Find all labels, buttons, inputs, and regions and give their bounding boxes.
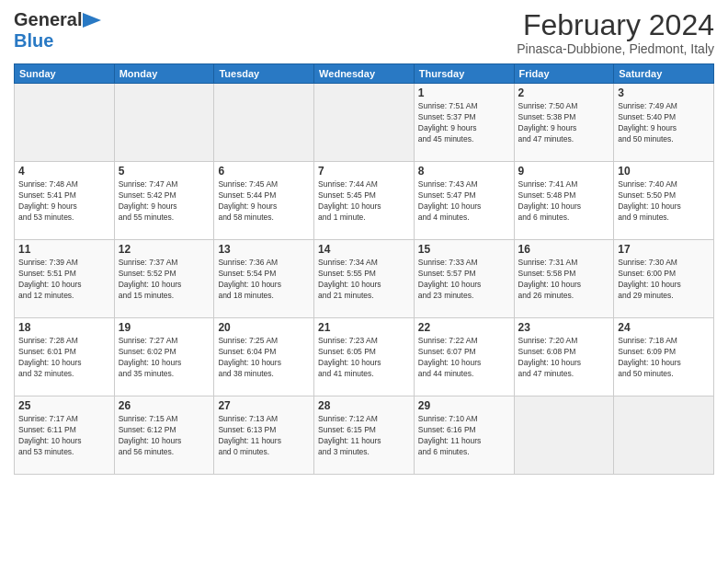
day-number: 6 xyxy=(218,165,310,178)
calendar-cell: 22Sunrise: 7:22 AMSunset: 6:07 PMDayligh… xyxy=(414,318,514,396)
day-number: 21 xyxy=(318,321,410,334)
calendar-cell: 9Sunrise: 7:41 AMSunset: 5:48 PMDaylight… xyxy=(514,162,614,240)
day-number: 8 xyxy=(418,165,510,178)
header: General Blue February 2024 Pinasca-Dubbi… xyxy=(14,9,714,56)
day-number: 11 xyxy=(18,243,110,256)
day-number: 12 xyxy=(119,243,210,256)
calendar-cell: 28Sunrise: 7:12 AMSunset: 6:15 PMDayligh… xyxy=(314,396,415,475)
calendar-cell: 8Sunrise: 7:43 AMSunset: 5:47 PMDaylight… xyxy=(414,162,514,240)
calendar-cell xyxy=(114,84,214,162)
day-number: 28 xyxy=(318,399,410,412)
day-info: Sunrise: 7:47 AMSunset: 5:42 PMDaylight:… xyxy=(119,179,210,224)
day-number: 18 xyxy=(18,321,110,334)
calendar-cell: 5Sunrise: 7:47 AMSunset: 5:42 PMDaylight… xyxy=(114,162,214,240)
day-info: Sunrise: 7:31 AMSunset: 5:58 PMDaylight:… xyxy=(518,258,610,302)
day-info: Sunrise: 7:43 AMSunset: 5:47 PMDaylight:… xyxy=(418,179,510,224)
day-info: Sunrise: 7:41 AMSunset: 5:48 PMDaylight:… xyxy=(518,179,610,224)
calendar-cell: 18Sunrise: 7:28 AMSunset: 6:01 PMDayligh… xyxy=(15,318,115,396)
day-info: Sunrise: 7:13 AMSunset: 6:13 PMDaylight:… xyxy=(218,414,310,458)
day-info: Sunrise: 7:51 AMSunset: 5:37 PMDaylight:… xyxy=(418,101,510,145)
calendar-cell: 4Sunrise: 7:48 AMSunset: 5:41 PMDaylight… xyxy=(15,162,115,240)
day-number: 16 xyxy=(518,243,610,256)
day-number: 25 xyxy=(18,399,110,412)
day-info: Sunrise: 7:34 AMSunset: 5:55 PMDaylight:… xyxy=(318,258,410,302)
day-info: Sunrise: 7:49 AMSunset: 5:40 PMDaylight:… xyxy=(618,101,710,145)
calendar-cell xyxy=(214,84,314,162)
calendar-cell: 10Sunrise: 7:40 AMSunset: 5:50 PMDayligh… xyxy=(614,162,714,240)
day-info: Sunrise: 7:36 AMSunset: 5:54 PMDaylight:… xyxy=(218,258,310,302)
day-info: Sunrise: 7:22 AMSunset: 6:07 PMDaylight:… xyxy=(418,336,510,380)
day-header-saturday: Saturday xyxy=(614,64,714,84)
day-number: 10 xyxy=(618,165,710,178)
calendar-cell xyxy=(614,396,714,475)
day-number: 17 xyxy=(618,243,710,256)
week-row-1: 4Sunrise: 7:48 AMSunset: 5:41 PMDaylight… xyxy=(15,162,714,240)
day-number: 4 xyxy=(18,165,110,178)
day-number: 15 xyxy=(418,243,510,256)
day-number: 29 xyxy=(418,399,510,412)
day-info: Sunrise: 7:18 AMSunset: 6:09 PMDaylight:… xyxy=(618,336,710,380)
calendar-cell: 21Sunrise: 7:23 AMSunset: 6:05 PMDayligh… xyxy=(314,318,415,396)
calendar-cell: 27Sunrise: 7:13 AMSunset: 6:13 PMDayligh… xyxy=(214,396,314,475)
calendar-cell: 19Sunrise: 7:27 AMSunset: 6:02 PMDayligh… xyxy=(114,318,214,396)
calendar-cell: 14Sunrise: 7:34 AMSunset: 5:55 PMDayligh… xyxy=(314,240,415,318)
calendar-cell xyxy=(314,84,415,162)
day-info: Sunrise: 7:50 AMSunset: 5:38 PMDaylight:… xyxy=(518,101,610,145)
day-header-tuesday: Tuesday xyxy=(214,64,314,84)
day-number: 26 xyxy=(119,399,210,412)
day-number: 13 xyxy=(218,243,310,256)
day-info: Sunrise: 7:39 AMSunset: 5:51 PMDaylight:… xyxy=(18,258,110,302)
day-number: 20 xyxy=(218,321,310,334)
day-info: Sunrise: 7:12 AMSunset: 6:15 PMDaylight:… xyxy=(318,414,410,458)
calendar-cell: 26Sunrise: 7:15 AMSunset: 6:12 PMDayligh… xyxy=(114,396,214,475)
calendar-cell: 29Sunrise: 7:10 AMSunset: 6:16 PMDayligh… xyxy=(414,396,514,475)
day-header-thursday: Thursday xyxy=(414,64,514,84)
svg-marker-0 xyxy=(83,13,101,28)
week-row-4: 25Sunrise: 7:17 AMSunset: 6:11 PMDayligh… xyxy=(15,396,714,475)
month-title: February 2024 xyxy=(517,9,714,41)
week-row-3: 18Sunrise: 7:28 AMSunset: 6:01 PMDayligh… xyxy=(15,318,714,396)
calendar-cell: 3Sunrise: 7:49 AMSunset: 5:40 PMDaylight… xyxy=(614,84,714,162)
day-number: 9 xyxy=(518,165,610,178)
calendar-body: 1Sunrise: 7:51 AMSunset: 5:37 PMDaylight… xyxy=(15,84,714,475)
week-row-0: 1Sunrise: 7:51 AMSunset: 5:37 PMDaylight… xyxy=(15,84,714,162)
week-row-2: 11Sunrise: 7:39 AMSunset: 5:51 PMDayligh… xyxy=(15,240,714,318)
calendar-cell xyxy=(514,396,614,475)
day-header-wednesday: Wednesday xyxy=(314,64,415,84)
day-info: Sunrise: 7:45 AMSunset: 5:44 PMDaylight:… xyxy=(218,179,310,224)
day-info: Sunrise: 7:33 AMSunset: 5:57 PMDaylight:… xyxy=(418,258,510,302)
calendar-cell: 25Sunrise: 7:17 AMSunset: 6:11 PMDayligh… xyxy=(15,396,115,475)
calendar-cell: 17Sunrise: 7:30 AMSunset: 6:00 PMDayligh… xyxy=(614,240,714,318)
day-number: 14 xyxy=(318,243,410,256)
day-number: 23 xyxy=(518,321,610,334)
day-info: Sunrise: 7:40 AMSunset: 5:50 PMDaylight:… xyxy=(618,179,710,224)
calendar-header: SundayMondayTuesdayWednesdayThursdayFrid… xyxy=(15,64,714,84)
calendar-cell: 11Sunrise: 7:39 AMSunset: 5:51 PMDayligh… xyxy=(15,240,115,318)
logo-general-text: General xyxy=(14,9,82,30)
calendar-cell: 1Sunrise: 7:51 AMSunset: 5:37 PMDaylight… xyxy=(414,84,514,162)
day-info: Sunrise: 7:23 AMSunset: 6:05 PMDaylight:… xyxy=(318,336,410,380)
day-number: 19 xyxy=(119,321,210,334)
calendar-cell xyxy=(15,84,115,162)
day-info: Sunrise: 7:44 AMSunset: 5:45 PMDaylight:… xyxy=(318,179,410,224)
day-info: Sunrise: 7:28 AMSunset: 6:01 PMDaylight:… xyxy=(18,336,110,380)
title-block: February 2024 Pinasca-Dubbione, Piedmont… xyxy=(517,9,714,56)
calendar-table: SundayMondayTuesdayWednesdayThursdayFrid… xyxy=(14,63,714,475)
day-info: Sunrise: 7:20 AMSunset: 6:08 PMDaylight:… xyxy=(518,336,610,380)
page: General Blue February 2024 Pinasca-Dubbi… xyxy=(0,0,728,563)
location-text: Pinasca-Dubbione, Piedmont, Italy xyxy=(517,41,714,56)
day-info: Sunrise: 7:25 AMSunset: 6:04 PMDaylight:… xyxy=(218,336,310,380)
calendar-cell: 13Sunrise: 7:36 AMSunset: 5:54 PMDayligh… xyxy=(214,240,314,318)
day-number: 2 xyxy=(518,86,610,99)
calendar-cell: 23Sunrise: 7:20 AMSunset: 6:08 PMDayligh… xyxy=(514,318,614,396)
calendar-cell: 16Sunrise: 7:31 AMSunset: 5:58 PMDayligh… xyxy=(514,240,614,318)
day-info: Sunrise: 7:15 AMSunset: 6:12 PMDaylight:… xyxy=(119,414,210,458)
day-info: Sunrise: 7:10 AMSunset: 6:16 PMDaylight:… xyxy=(418,414,510,458)
calendar-cell: 15Sunrise: 7:33 AMSunset: 5:57 PMDayligh… xyxy=(414,240,514,318)
day-info: Sunrise: 7:27 AMSunset: 6:02 PMDaylight:… xyxy=(119,336,210,380)
logo-arrow-icon xyxy=(83,13,101,28)
logo-top: General xyxy=(14,9,101,30)
day-number: 1 xyxy=(418,86,510,99)
calendar-cell: 6Sunrise: 7:45 AMSunset: 5:44 PMDaylight… xyxy=(214,162,314,240)
day-header-friday: Friday xyxy=(514,64,614,84)
